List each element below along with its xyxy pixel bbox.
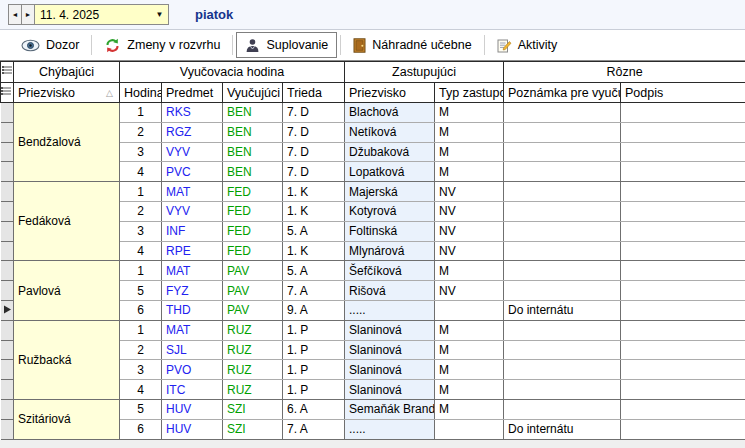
cell-trieda[interactable]: 1. P	[283, 360, 345, 380]
tab-aktivity[interactable]: Aktivity	[488, 32, 567, 58]
cell-vyucujuci[interactable]: PAV	[223, 300, 283, 320]
cell-zastupujuci[interactable]: Lopatková	[345, 162, 435, 182]
cell-poznamka[interactable]: Do internátu	[504, 300, 621, 320]
absent-teacher-cell[interactable]: Ružbacká	[14, 320, 120, 399]
cell-vyucujuci[interactable]: RUZ	[223, 320, 283, 340]
cell-predmet[interactable]: MAT	[162, 182, 223, 202]
group-header-rozne[interactable]: Rôzne	[504, 62, 745, 83]
cell-trieda[interactable]: 5. A	[283, 221, 345, 241]
cell-trieda[interactable]: 1. K	[283, 182, 345, 202]
col-header-typ-zastupovania[interactable]: Typ zastupov	[435, 83, 504, 103]
cell-typ-zastupovania[interactable]: NV	[435, 221, 504, 241]
cell-podpis[interactable]	[621, 281, 745, 301]
cell-trieda[interactable]: 1. K	[283, 241, 345, 261]
absent-teacher-cell[interactable]: Fedáková	[14, 182, 120, 261]
cell-vyucujuci[interactable]: SZI	[223, 419, 283, 439]
col-header-vyucujuci[interactable]: Vyučujúci	[223, 83, 283, 103]
cell-hodina[interactable]: 1	[120, 320, 162, 340]
cell-poznamka[interactable]	[504, 261, 621, 281]
cell-zastupujuci[interactable]: Foltinská	[345, 221, 435, 241]
row-selector[interactable]	[1, 281, 14, 301]
cell-trieda[interactable]: 7. D	[283, 142, 345, 162]
cell-typ-zastupovania[interactable]: NV	[435, 182, 504, 202]
cell-hodina[interactable]: 2	[120, 340, 162, 360]
cell-podpis[interactable]	[621, 201, 745, 221]
cell-podpis[interactable]	[621, 182, 745, 202]
col-header-priezvisko[interactable]: Priezvisko△	[14, 83, 120, 103]
cell-hodina[interactable]: 3	[120, 142, 162, 162]
next-day-button[interactable]: ►	[22, 5, 35, 24]
cell-vyucujuci[interactable]: RUZ	[223, 360, 283, 380]
cell-podpis[interactable]	[621, 241, 745, 261]
date-input[interactable]: 11. 4. 2025	[35, 5, 151, 24]
cell-vyucujuci[interactable]: FED	[223, 182, 283, 202]
absent-teacher-cell[interactable]: Szitáriová	[14, 399, 120, 439]
cell-trieda[interactable]: 7. A	[283, 281, 345, 301]
row-selector[interactable]	[1, 162, 14, 182]
cell-typ-zastupovania[interactable]: M	[435, 142, 504, 162]
cell-poznamka[interactable]	[504, 201, 621, 221]
cell-poznamka[interactable]: Do internátu	[504, 419, 621, 439]
cell-podpis[interactable]	[621, 103, 745, 123]
group-header-zastupujuci[interactable]: Zastupujúci	[345, 62, 504, 83]
cell-trieda[interactable]: 9. A	[283, 300, 345, 320]
cell-poznamka[interactable]	[504, 142, 621, 162]
cell-podpis[interactable]	[621, 221, 745, 241]
col-header-zastupujuci-priezvisko[interactable]: Priezvisko	[345, 83, 435, 103]
cell-trieda[interactable]: 1. P	[283, 380, 345, 400]
cell-podpis[interactable]	[621, 399, 745, 419]
row-selector[interactable]	[1, 340, 14, 360]
cell-predmet[interactable]: FYZ	[162, 281, 223, 301]
cell-hodina[interactable]: 3	[120, 360, 162, 380]
cell-hodina[interactable]: 2	[120, 201, 162, 221]
cell-trieda[interactable]: 7. D	[283, 122, 345, 142]
cell-typ-zastupovania[interactable]: M	[435, 380, 504, 400]
cell-poznamka[interactable]	[504, 380, 621, 400]
cell-zastupujuci[interactable]: Slaninová	[345, 360, 435, 380]
cell-podpis[interactable]	[621, 419, 745, 439]
cell-trieda[interactable]: 1. P	[283, 320, 345, 340]
cell-trieda[interactable]: 7. D	[283, 162, 345, 182]
cell-podpis[interactable]	[621, 360, 745, 380]
row-selector[interactable]	[1, 142, 14, 162]
tab-zmeny[interactable]: Zmeny v rozvrhu	[95, 32, 229, 58]
cell-predmet[interactable]: VYV	[162, 142, 223, 162]
cell-podpis[interactable]	[621, 142, 745, 162]
cell-hodina[interactable]: 2	[120, 122, 162, 142]
cell-zastupujuci[interactable]: Rišová	[345, 281, 435, 301]
cell-vyucujuci[interactable]: FED	[223, 241, 283, 261]
cell-podpis[interactable]	[621, 261, 745, 281]
absent-teacher-cell[interactable]: Bendžalová	[14, 103, 120, 182]
cell-podpis[interactable]	[621, 340, 745, 360]
cell-hodina[interactable]: 3	[120, 221, 162, 241]
col-header-podpis[interactable]: Podpis	[621, 83, 745, 103]
cell-zastupujuci[interactable]: Mlynárová	[345, 241, 435, 261]
cell-vyucujuci[interactable]: FED	[223, 221, 283, 241]
cell-hodina[interactable]: 5	[120, 281, 162, 301]
cell-predmet[interactable]: INF	[162, 221, 223, 241]
cell-zastupujuci[interactable]: .....	[345, 419, 435, 439]
cell-predmet[interactable]: MAT	[162, 320, 223, 340]
cell-hodina[interactable]: 5	[120, 399, 162, 419]
cell-hodina[interactable]: 4	[120, 380, 162, 400]
cell-predmet[interactable]: PVC	[162, 162, 223, 182]
cell-zastupujuci[interactable]: Semaňák Brando	[345, 399, 435, 419]
cell-zastupujuci[interactable]: Slaninová	[345, 320, 435, 340]
cell-zastupujuci[interactable]: Netíková	[345, 122, 435, 142]
prev-day-button[interactable]: ◄	[9, 5, 22, 24]
cell-zastupujuci[interactable]: Kotyrová	[345, 201, 435, 221]
cell-zastupujuci[interactable]: .....	[345, 300, 435, 320]
cell-typ-zastupovania[interactable]	[435, 300, 504, 320]
row-selector[interactable]	[1, 360, 14, 380]
cell-hodina[interactable]: 1	[120, 103, 162, 123]
cell-typ-zastupovania[interactable]: M	[435, 399, 504, 419]
cell-typ-zastupovania[interactable]: M	[435, 360, 504, 380]
cell-typ-zastupovania[interactable]: NV	[435, 241, 504, 261]
row-selector[interactable]	[1, 261, 14, 281]
row-selector[interactable]	[1, 320, 14, 340]
cell-podpis[interactable]	[621, 122, 745, 142]
cell-vyucujuci[interactable]: BEN	[223, 122, 283, 142]
cell-hodina[interactable]: 4	[120, 162, 162, 182]
cell-poznamka[interactable]	[504, 340, 621, 360]
col-header-poznamka[interactable]: Poznámka pre vyučuj	[504, 83, 621, 103]
